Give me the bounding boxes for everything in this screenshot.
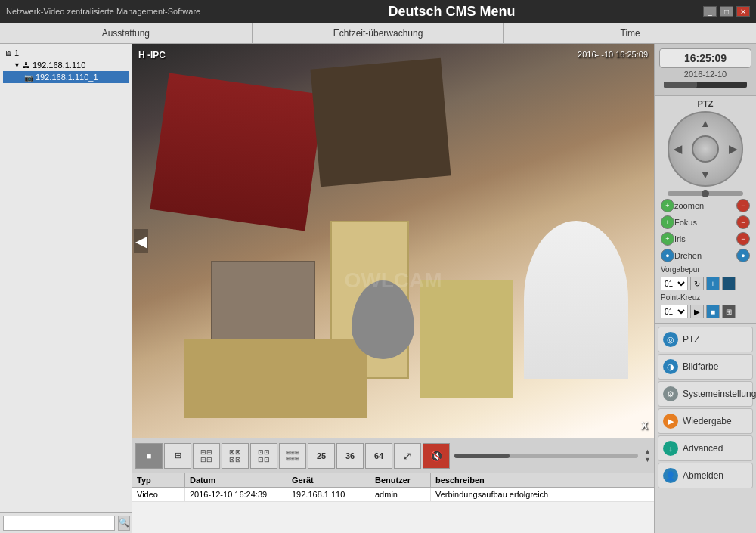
tree-root[interactable]: 🖥 1 [3,47,129,59]
tree-group[interactable]: ▼ 🖧 192.168.1.110 [3,59,129,71]
layout-8-button[interactable]: ⊠⊠⊠⊠ [222,443,249,469]
ptz-point-row: Point-Kreuz [658,292,753,303]
ptz-point-play-button[interactable]: ▶ [690,305,704,318]
ptz-label: PTZ [658,99,753,108]
layout-4-button[interactable]: ⊞ [164,443,191,469]
center-panel: H -IPC 2016- -10 16:25:09 OWLCAM ◀ X ■ ⊞… [132,44,654,533]
ptz-point-controls: 010203 ▶ ■ ⊞ [658,303,753,320]
close-button[interactable]: ✕ [736,6,750,17]
ptz-speed-slider[interactable] [668,191,743,196]
side-wiedergabe-label: Wiedergabe [683,416,732,426]
ptz-zoom-label: zoomen [674,201,736,210]
ptz-joystick: ▲ ▼ ◀ ▶ [668,111,743,187]
wiedergabe-menu-icon: ▶ [663,414,678,429]
ptz-zoom-row: + zoomen − [658,197,753,214]
app-name-label: Netzwerk-Video zentralisierte Management… [6,7,200,16]
cms-title: Deutsch CMS Menu [200,4,703,20]
search-button[interactable]: 🔍 [118,516,130,531]
ptz-focus-out-button[interactable]: − [736,215,750,229]
ptz-drehen-row: ● Drehen ● [658,247,753,264]
log-cell-benutzer: admin [370,488,431,501]
log-col-typ: Typ [132,473,185,487]
volume-slider[interactable] [454,454,638,458]
ptz-point-grid-button[interactable]: ⊞ [722,305,736,318]
video-left-arrow[interactable]: ◀ [134,229,148,253]
bildfarbe-menu-icon: ◑ [663,359,678,374]
ptz-point-stop-button[interactable]: ■ [706,305,720,318]
ptz-zoom-out-button[interactable]: − [736,199,750,212]
mute-button[interactable]: 🔇 [423,443,450,469]
side-systemeinstellung-button[interactable]: ⚙ Systemeinstellung [658,381,753,407]
ptz-iris-in-button[interactable]: + [661,232,674,246]
side-abmelden-button[interactable]: 👤 Abmelden [658,463,753,488]
right-panel: 16:25:09 2016-12-10 PTZ ▲ ▼ ◀ ▶ [654,44,756,533]
tree-device[interactable]: 📷 192.168.1.110_1 [3,71,129,83]
ptz-iris-out-button[interactable]: − [736,232,750,246]
maximize-button[interactable]: □ [720,6,733,17]
tree-group-label: 192.168.1.110 [33,60,85,70]
server-icon: 🖧 [23,61,30,70]
side-advanced-button[interactable]: ↓ Advanced [658,435,753,461]
ptz-up-button[interactable]: ▲ [700,117,711,129]
ptz-preset-add-button[interactable]: + [706,277,720,290]
num-25-button[interactable]: 25 [308,443,335,469]
menu-echtzeit[interactable]: Echtzeit-überwachung [253,23,505,43]
menu-ausstattung[interactable]: Ausstattung [0,23,253,43]
time-clock: 16:25:09 [659,48,751,68]
menu-bar: Ausstattung Echtzeit-überwachung Time [0,23,756,44]
video-area: H -IPC 2016- -10 16:25:09 OWLCAM ◀ X [132,44,654,438]
advanced-menu-icon: ↓ [663,441,678,456]
title-bar: Netzwerk-Video zentralisierte Management… [0,0,756,23]
ptz-preset-del-button[interactable]: − [722,277,736,290]
side-ptz-label: PTZ [683,334,700,345]
expand-icon: ▼ [14,61,20,69]
tree-root-label: 1 [14,48,19,57]
scroll-down-icon[interactable]: ▼ [644,456,651,464]
video-controls: ■ ⊞ ⊟⊟⊟⊟ ⊠⊠⊠⊠ ⊡⊡⊡⊡ ⊞⊞⊞⊞⊞⊞ 25 36 64 ⤢ 🔇 ▲… [132,438,654,473]
fullscreen-button[interactable]: ⤢ [394,443,421,469]
ptz-ring[interactable]: ▲ ▼ ◀ ▶ [668,111,743,187]
search-input[interactable] [3,516,115,531]
ptz-zoom-in-button[interactable]: + [661,199,674,212]
side-bildfarbe-button[interactable]: ◑ Bildfarbe [658,354,753,380]
log-cell-geraet: 192.168.1.110 [287,488,370,501]
minimize-button[interactable]: _ [703,6,717,17]
ptz-speed-handle[interactable] [702,190,709,197]
ptz-drehen-right-button[interactable]: ● [736,249,750,262]
ptz-point-select[interactable]: 010203 [661,305,688,318]
tree-device-label: 192.168.1.110_1 [36,73,98,82]
menu-time[interactable]: Time [504,23,756,43]
ptz-point-label: Point-Kreuz [661,293,700,302]
ptz-preset-select[interactable]: 010203 [661,277,688,290]
side-bildfarbe-label: Bildfarbe [683,361,718,372]
ptz-preset-refresh-button[interactable]: ↻ [690,277,704,290]
log-col-datum: Datum [185,473,287,487]
ptz-focus-in-button[interactable]: + [661,215,674,229]
ptz-left-button[interactable]: ◀ [674,143,682,155]
layout-1-button[interactable]: ■ [135,443,163,469]
scroll-up-icon[interactable]: ▲ [644,448,651,456]
video-close-button[interactable]: X [641,420,648,432]
num-36-button[interactable]: 36 [336,443,364,469]
side-abmelden-label: Abmelden [683,470,723,481]
log-col-beschreiben: beschreiben [431,473,654,487]
ptz-preset-row: Vorgabepur [658,264,753,275]
layout-9-button[interactable]: ⊡⊡⊡⊡ [250,443,277,469]
num-64-button[interactable]: 64 [365,443,392,469]
time-slider[interactable] [664,82,747,88]
ptz-center-button[interactable] [692,135,719,163]
video-overlay-tl: H -IPC [138,50,166,60]
side-wiedergabe-button[interactable]: ▶ Wiedergabe [658,408,753,434]
side-ptz-button[interactable]: ◎ PTZ [658,327,753,352]
ptz-drehen-left-button[interactable]: ● [661,249,674,262]
log-body: Video 2016-12-10 16:24:39 192.168.1.110 … [132,488,654,502]
time-date: 2016-12-10 [659,70,751,79]
camera-icon: 📷 [24,73,33,82]
log-area: Typ Datum Gerät Benutzer beschreiben Vid… [132,473,654,533]
layout-16-button[interactable]: ⊞⊞⊞⊞⊞⊞ [279,443,306,469]
log-cell-beschreiben: Verbindungsaufbau erfolgreich [431,488,654,501]
ptz-right-button[interactable]: ▶ [729,143,737,155]
main-area: 🖥 1 ▼ 🖧 192.168.1.110 📷 192.168.1.110_1 … [0,44,756,533]
layout-6-button[interactable]: ⊟⊟⊟⊟ [193,443,220,469]
ptz-down-button[interactable]: ▼ [700,169,711,181]
